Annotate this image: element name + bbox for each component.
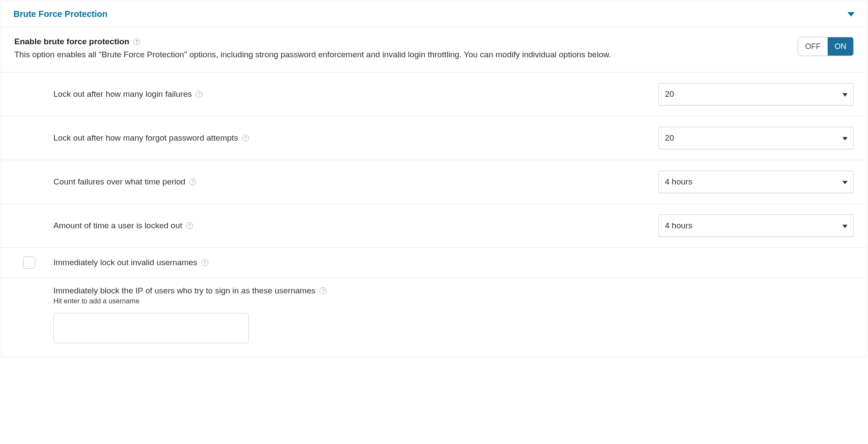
login-failures-row: Lock out after how many login failures ?… <box>1 72 867 116</box>
lockout-duration-label-text: Amount of time a user is locked out <box>53 221 182 230</box>
lockout-duration-select-wrap: 4 hours <box>658 214 854 237</box>
lock-invalid-checkbox[interactable] <box>23 257 35 269</box>
help-icon[interactable]: ? <box>186 222 193 229</box>
panel-header[interactable]: Brute Force Protection <box>1 1 867 27</box>
count-period-label-text: Count failures over what time period <box>53 177 185 186</box>
help-icon[interactable]: ? <box>242 135 249 141</box>
login-failures-label-text: Lock out after how many login failures <box>53 89 192 99</box>
lockout-duration-select[interactable]: 4 hours <box>658 214 854 237</box>
block-ip-hint: Hit enter to add a username <box>53 297 854 305</box>
collapse-caret-icon <box>848 12 855 16</box>
block-ip-input[interactable] <box>53 313 249 343</box>
panel-title: Brute Force Protection <box>13 9 108 19</box>
count-period-row: Count failures over what time period ? 4… <box>1 160 867 204</box>
brute-force-panel: Brute Force Protection Enable brute forc… <box>1 1 867 357</box>
lock-invalid-label: Immediately lock out invalid usernames ? <box>53 258 208 267</box>
enable-toggle[interactable]: OFF ON <box>798 37 854 56</box>
forgot-attempts-row: Lock out after how many forgot password … <box>1 116 867 160</box>
forgot-attempts-label: Lock out after how many forgot password … <box>53 133 658 143</box>
login-failures-select-wrap: 20 <box>658 83 854 105</box>
lockout-duration-label: Amount of time a user is locked out ? <box>53 221 658 230</box>
block-ip-row: Immediately block the IP of users who tr… <box>1 278 867 357</box>
help-icon[interactable]: ? <box>189 178 196 185</box>
lock-invalid-label-text: Immediately lock out invalid usernames <box>53 258 197 267</box>
toggle-on-button[interactable]: ON <box>828 37 853 56</box>
help-icon[interactable]: ? <box>133 38 140 45</box>
count-period-label: Count failures over what time period ? <box>53 177 658 187</box>
enable-text: Enable brute force protection ? This opt… <box>14 37 611 61</box>
enable-row: Enable brute force protection ? This opt… <box>1 27 867 72</box>
forgot-attempts-select-wrap: 20 <box>658 127 854 149</box>
lockout-duration-row: Amount of time a user is locked out ? 4 … <box>1 204 867 248</box>
enable-title-text: Enable brute force protection <box>14 37 129 46</box>
forgot-attempts-label-text: Lock out after how many forgot password … <box>53 133 238 142</box>
forgot-attempts-select[interactable]: 20 <box>658 127 854 149</box>
login-failures-label: Lock out after how many login failures ? <box>53 89 658 99</box>
block-ip-label-text: Immediately block the IP of users who tr… <box>53 286 316 295</box>
toggle-off-button[interactable]: OFF <box>798 37 828 56</box>
block-ip-label: Immediately block the IP of users who tr… <box>53 286 854 296</box>
help-icon[interactable]: ? <box>201 259 208 266</box>
lock-invalid-row: Immediately lock out invalid usernames ? <box>1 248 867 278</box>
count-period-select[interactable]: 4 hours <box>658 171 854 193</box>
svg-marker-0 <box>848 12 855 16</box>
enable-title: Enable brute force protection ? <box>14 37 611 46</box>
count-period-select-wrap: 4 hours <box>658 171 854 193</box>
enable-description: This option enables all "Brute Force Pro… <box>14 49 611 61</box>
login-failures-select[interactable]: 20 <box>658 83 854 105</box>
help-icon[interactable]: ? <box>319 287 326 294</box>
help-icon[interactable]: ? <box>196 91 203 98</box>
